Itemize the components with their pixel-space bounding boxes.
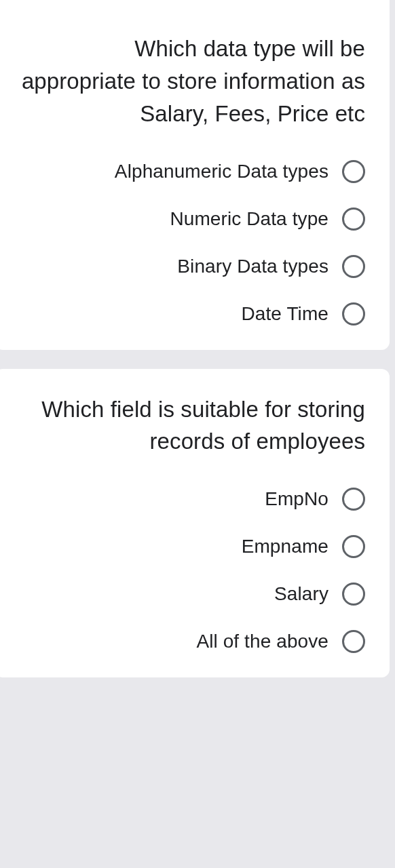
option-label: Binary Data types (177, 256, 328, 277)
radio-button[interactable] (342, 160, 365, 183)
option-row[interactable]: Binary Data types (19, 255, 365, 278)
radio-button[interactable] (342, 488, 365, 511)
question-text: Which data type will be appropriate to s… (19, 33, 365, 130)
option-row[interactable]: Alphanumeric Data types (19, 160, 365, 183)
question-card: Which field is suitable for storing reco… (0, 369, 390, 678)
radio-button[interactable] (342, 630, 365, 653)
option-row[interactable]: Salary (19, 583, 365, 606)
option-label: Alphanumeric Data types (115, 161, 328, 182)
radio-button[interactable] (342, 255, 365, 278)
option-label: EmpNo (265, 488, 328, 510)
option-row[interactable]: Empname (19, 535, 365, 558)
option-label: Numeric Data type (170, 208, 328, 230)
option-row[interactable]: EmpNo (19, 488, 365, 511)
radio-button[interactable] (342, 208, 365, 231)
option-label: All of the above (196, 631, 328, 652)
option-row[interactable]: All of the above (19, 630, 365, 653)
question-card: Which data type will be appropriate to s… (0, 0, 390, 350)
radio-button[interactable] (342, 535, 365, 558)
option-row[interactable]: Date Time (19, 302, 365, 326)
question-text: Which field is suitable for storing reco… (19, 393, 365, 458)
option-label: Empname (242, 536, 328, 557)
radio-button[interactable] (342, 302, 365, 326)
option-label: Date Time (242, 303, 329, 325)
form-container: Which data type will be appropriate to s… (0, 0, 395, 677)
option-label: Salary (274, 583, 328, 605)
option-row[interactable]: Numeric Data type (19, 208, 365, 231)
radio-button[interactable] (342, 583, 365, 606)
